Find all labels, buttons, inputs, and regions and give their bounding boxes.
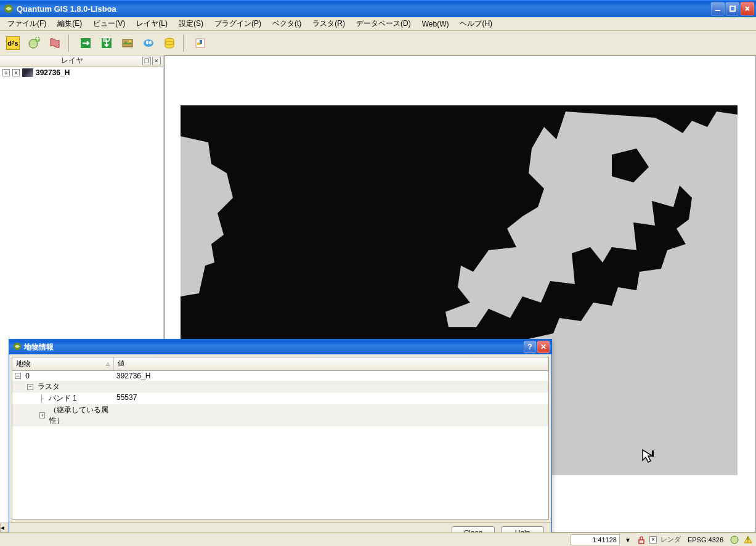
svg-rect-20	[652, 450, 654, 457]
scale-input[interactable]: 1:41128	[571, 534, 620, 545]
menu-web[interactable]: Web(W)	[417, 18, 454, 30]
tree-toggle[interactable]: −	[27, 384, 33, 390]
tree-toggle[interactable]: −	[15, 373, 21, 379]
svg-text:ID: ID	[103, 36, 110, 44]
menu-help[interactable]: ヘルプ(H)	[455, 17, 497, 31]
table-row[interactable]: + （継承している属性）	[12, 404, 548, 426]
window-buttons	[711, 2, 754, 15]
column-value[interactable]: 値	[114, 357, 548, 370]
menu-settings[interactable]: 設定(S)	[174, 17, 208, 31]
menu-file[interactable]: ファイル(F)	[2, 17, 51, 31]
layer-name: 392736_H	[36, 68, 70, 77]
maximize-button[interactable]	[726, 2, 739, 15]
render-label: レンダ	[659, 535, 682, 544]
render-checkbox[interactable]: ×	[649, 536, 657, 544]
dock-close-button[interactable]: ✕	[152, 57, 161, 65]
tree-toggle[interactable]: +	[39, 412, 45, 418]
dock-float-button[interactable]: ❐	[142, 57, 151, 65]
identify-grid-header: 地物△ 値	[12, 357, 549, 371]
scale-dropdown-button[interactable]: ▾	[622, 534, 633, 545]
toolbar-separator	[68, 35, 72, 52]
table-row[interactable]: − ラスタ	[12, 381, 548, 393]
toolbar: d2s + ID	[0, 31, 756, 55]
menu-edit[interactable]: 編集(E)	[52, 17, 87, 31]
toolbar-separator	[183, 35, 187, 52]
menubar: ファイル(F) 編集(E) ビュー(V) レイヤ(L) 設定(S) プラグイン(…	[0, 17, 756, 31]
svg-text:+: +	[35, 36, 39, 43]
table-row[interactable]: − 0 392736_H	[12, 371, 548, 381]
identify-dialog: 地物情報 ? ✕ 地物△ 値 − 0 392736_H − ラスタ ├ バンド …	[9, 339, 552, 544]
tool-zoom-selection[interactable]: ID	[97, 34, 116, 52]
crs-button[interactable]	[729, 534, 740, 545]
svg-point-10	[129, 40, 131, 43]
menu-vector[interactable]: ベクタ(t)	[267, 17, 306, 31]
layers-panel-label: レイヤ	[61, 55, 83, 66]
tool-map-tips[interactable]	[139, 34, 158, 52]
layer-swatch-icon	[22, 68, 33, 77]
identify-body: 地物△ 値 − 0 392736_H − ラスタ ├ バンド 1 55537 +…	[9, 354, 551, 522]
identify-dialog-titlebar[interactable]: 地物情報 ? ✕	[9, 340, 551, 354]
svg-point-12	[146, 41, 148, 44]
menu-database[interactable]: データベース(D)	[351, 17, 416, 31]
tool-add-raster[interactable]	[46, 34, 64, 52]
identify-dialog-title: 地物情報	[24, 342, 54, 352]
tool-export-image[interactable]	[118, 34, 137, 52]
svg-rect-1	[715, 10, 720, 11]
menu-plugins[interactable]: プラグイン(P)	[209, 17, 266, 31]
app-icon	[4, 4, 14, 14]
menu-raster[interactable]: ラスタ(R)	[307, 17, 350, 31]
crs-label[interactable]: EPSG:4326	[685, 534, 726, 545]
table-row[interactable]: ├ バンド 1 55537	[12, 393, 548, 404]
svg-rect-18	[200, 40, 202, 44]
tool-python[interactable]	[191, 34, 209, 52]
minimize-button[interactable]	[711, 2, 725, 15]
messages-button[interactable]: !	[742, 534, 754, 545]
svg-text:!: !	[747, 536, 749, 544]
dialog-help-button[interactable]: ?	[524, 341, 536, 353]
dialog-close-button[interactable]: ✕	[537, 341, 550, 353]
svg-point-13	[149, 41, 152, 44]
layers-panel-title: レイヤ ❐ ✕	[0, 55, 163, 67]
svg-point-11	[144, 39, 153, 47]
layer-row[interactable]: + × 392736_H	[0, 67, 163, 79]
layer-visibility-checkbox[interactable]: ×	[12, 69, 20, 76]
statusbar: 1:41128 ▾ × レンダ EPSG:4326 !	[0, 532, 756, 546]
tool-zoom-full[interactable]	[76, 34, 95, 52]
tool-add-vector[interactable]: +	[25, 34, 43, 52]
layer-expand-toggle[interactable]: +	[2, 69, 10, 76]
scale-lock-button[interactable]	[636, 534, 647, 545]
tool-d2s[interactable]: d2s	[4, 34, 22, 52]
close-button[interactable]	[741, 2, 754, 15]
svg-point-22	[731, 536, 738, 544]
svg-rect-2	[730, 6, 735, 11]
identify-cursor-icon	[641, 448, 657, 464]
column-feature[interactable]: 地物△	[12, 357, 114, 370]
identify-grid-body[interactable]: − 0 392736_H − ラスタ ├ バンド 1 55537 + （継承して…	[12, 371, 549, 520]
window-titlebar: Quantum GIS 1.8.0-Lisboa	[0, 0, 756, 17]
menu-layer[interactable]: レイヤ(L)	[131, 17, 173, 31]
tool-database[interactable]	[160, 34, 179, 52]
window-title: Quantum GIS 1.8.0-Lisboa	[17, 4, 711, 14]
qgis-icon	[13, 342, 22, 352]
menu-view[interactable]: ビュー(V)	[88, 17, 130, 31]
